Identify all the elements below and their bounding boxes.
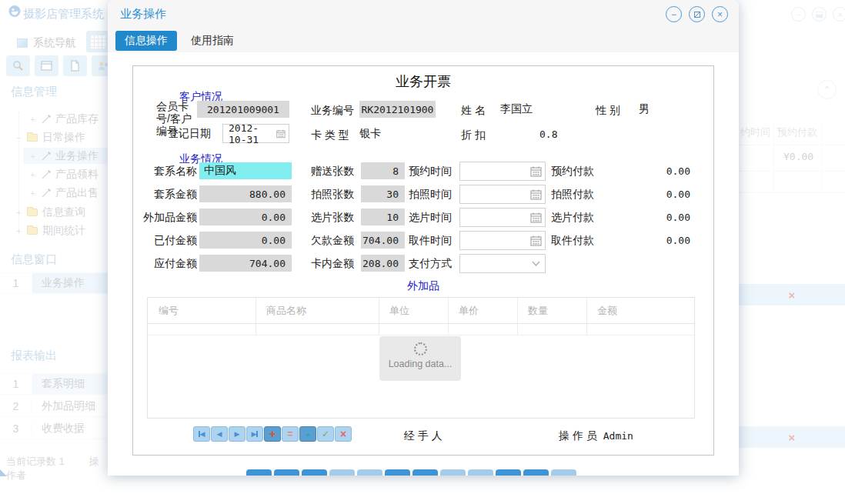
debt-amount-label: 欠款金额 — [311, 234, 354, 248]
divider — [148, 335, 694, 335]
addon-amount-field[interactable]: 0.00 — [199, 209, 292, 225]
gender-label: 性 别 — [596, 104, 620, 118]
screen: 摄影店管理系统 系统导航 信息管理 — [0, 0, 845, 504]
divider — [517, 298, 518, 335]
close-icon[interactable]: × — [712, 6, 728, 22]
minimize-icon[interactable]: − — [666, 6, 682, 22]
divider — [379, 298, 379, 335]
calendar-icon[interactable] — [530, 189, 542, 200]
first-record-button[interactable]: ◀ — [193, 426, 210, 442]
bottom-action-button[interactable] — [496, 469, 521, 476]
package-name-label: 套系名称 — [139, 165, 197, 179]
divider — [148, 323, 694, 324]
bottom-action-button[interactable] — [468, 469, 493, 476]
calendar-icon[interactable] — [530, 212, 542, 223]
edit-record-button[interactable]: ▲ — [299, 426, 316, 442]
bottom-action-button[interactable] — [274, 469, 299, 476]
addon-amount-label: 外加品金额 — [139, 211, 197, 225]
addon-items-table: 编号 商品名称 单位 单价 数量 金额 Loading data... — [147, 297, 695, 419]
booking-time-field[interactable] — [459, 162, 546, 181]
discount-label: 折 扣 — [461, 129, 486, 142]
operator-row: 操 作 员 Admin — [559, 429, 633, 443]
photo-count-field[interactable]: 30 — [361, 185, 405, 202]
photo-payment-value: 0.00 — [618, 189, 690, 200]
reg-date-field[interactable]: 2012-10-31 — [222, 124, 289, 143]
bottom-action-button[interactable] — [302, 469, 327, 476]
package-name-field[interactable]: 中国风 — [199, 162, 292, 179]
select-payment-label: 选片付款 — [551, 211, 594, 225]
dialog-header: 业务操作 − × 信息操作 使用指南 — [108, 0, 739, 52]
booking-time-label: 预约时间 — [409, 165, 452, 179]
tab-info-operation[interactable]: 信息操作 — [115, 31, 177, 51]
photo-count-label: 拍照张数 — [311, 188, 354, 202]
card-balance-field[interactable]: 208.00 — [361, 255, 405, 272]
restore-icon[interactable] — [689, 6, 705, 22]
calendar-icon[interactable] — [530, 166, 542, 177]
bottom-action-button[interactable] — [329, 469, 355, 476]
gift-count-label: 赠送张数 — [311, 165, 354, 179]
pickup-payment-label: 取件付款 — [551, 234, 594, 248]
cancel-button[interactable]: × — [335, 426, 352, 442]
bottom-action-button[interactable] — [551, 469, 576, 476]
loading-indicator: Loading data... — [379, 336, 461, 381]
payable-amount-field[interactable]: 704.00 — [199, 255, 292, 272]
add-record-button[interactable]: + — [264, 426, 281, 442]
select-count-label: 选片张数 — [311, 211, 354, 225]
next-record-button[interactable]: ▶ — [229, 426, 245, 442]
reg-date-value: 2012-10-31 — [229, 122, 276, 145]
name-value: 李国立 — [500, 102, 533, 116]
bottom-action-button[interactable] — [357, 469, 382, 476]
pickup-payment-value: 0.00 — [618, 235, 690, 246]
reg-date-label: 登记日期 — [168, 127, 211, 141]
col-header-product-name: 商品名称 — [256, 298, 379, 323]
form-title: 业务开票 — [133, 72, 713, 91]
pickup-time-field[interactable] — [459, 231, 546, 250]
photo-time-field[interactable] — [459, 185, 546, 204]
select-time-field[interactable] — [459, 208, 546, 227]
payment-method-select[interactable] — [459, 254, 546, 273]
confirm-button[interactable]: ✓ — [317, 426, 334, 442]
bottom-action-button[interactable] — [412, 469, 438, 476]
bottom-action-button[interactable] — [246, 469, 272, 476]
calendar-icon[interactable] — [530, 235, 542, 246]
invoice-form-panel: 业务开票 客户情况 会员卡号/客户编号 201201009001 业务编号 RK… — [132, 65, 714, 456]
select-payment-value: 0.00 — [618, 212, 690, 223]
select-count-field[interactable]: 10 — [361, 209, 405, 225]
delete-record-button[interactable]: = — [282, 426, 299, 442]
business-no-field[interactable]: RK2012101900 — [359, 101, 436, 118]
last-record-button[interactable]: ▶ — [246, 426, 263, 442]
name-label: 姓 名 — [461, 104, 486, 118]
bottom-action-button[interactable] — [385, 469, 410, 476]
business-no-label: 业务编号 — [311, 104, 354, 118]
bottom-action-button[interactable] — [523, 469, 549, 476]
pickup-time-label: 取件时间 — [409, 234, 452, 248]
tab-user-guide[interactable]: 使用指南 — [182, 31, 243, 51]
calendar-icon[interactable] — [276, 129, 286, 139]
record-navigator: ◀ ◀ ▶ ▶ + = ▲ ✓ × — [193, 426, 352, 442]
paid-amount-label: 已付金额 — [139, 234, 197, 248]
chevron-down-icon — [532, 261, 540, 266]
bottom-action-button[interactable] — [440, 469, 466, 476]
discount-value: 0.8 — [539, 129, 557, 140]
section-addon: 外加品 — [133, 279, 713, 293]
divider — [256, 298, 256, 335]
gender-value: 男 — [639, 102, 650, 116]
select-time-label: 选片时间 — [409, 211, 452, 225]
debt-amount-field[interactable]: 704.00 — [361, 232, 405, 249]
photo-time-label: 拍照时间 — [409, 188, 452, 202]
gift-count-field[interactable]: 8 — [361, 162, 405, 179]
operator-value: Admin — [603, 430, 633, 442]
card-type-value: 银卡 — [359, 127, 381, 141]
booking-payment-label: 预约付款 — [551, 165, 594, 179]
card-balance-label: 卡内金额 — [311, 257, 354, 271]
package-amount-label: 套系金额 — [139, 188, 197, 202]
dialog-window-controls: − × — [666, 6, 728, 22]
col-header-amount: 金额 — [586, 298, 694, 323]
package-amount-field[interactable]: 880.00 — [199, 185, 292, 202]
booking-payment-value: 0.00 — [618, 165, 690, 177]
member-card-field[interactable]: 201201009001 — [197, 101, 289, 118]
prev-record-button[interactable]: ◀ — [211, 426, 228, 442]
paid-amount-field[interactable]: 0.00 — [199, 232, 292, 249]
handler-label: 经 手 人 — [404, 429, 443, 443]
payable-amount-label: 应付金额 — [139, 257, 197, 271]
